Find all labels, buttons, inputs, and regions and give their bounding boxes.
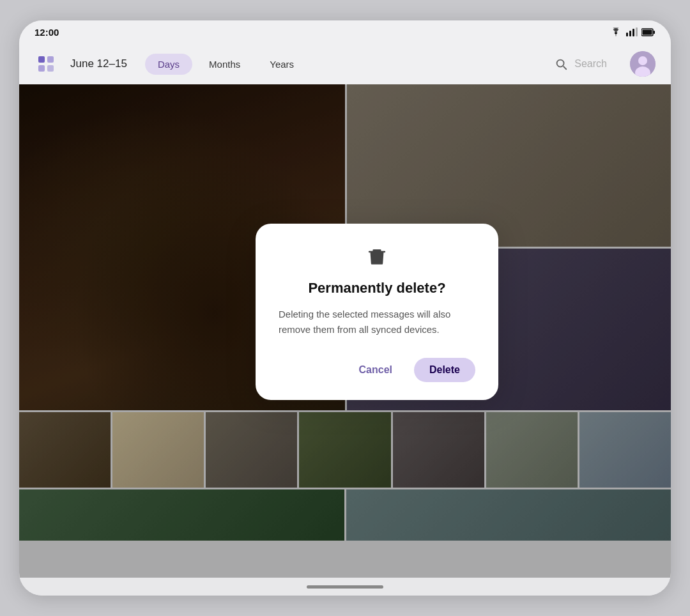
search-placeholder: Search <box>574 58 607 70</box>
date-range-label: June 12–15 <box>70 58 127 70</box>
svg-rect-10 <box>47 65 54 72</box>
svg-rect-7 <box>38 56 45 63</box>
dialog-actions: Cancel Delete <box>279 358 475 382</box>
search-icon <box>554 57 568 71</box>
svg-rect-0 <box>626 33 628 36</box>
wifi-icon <box>610 27 622 36</box>
tab-months[interactable]: Months <box>196 54 253 75</box>
user-avatar[interactable] <box>630 51 656 77</box>
status-bar: 12:00 <box>19 20 671 43</box>
tablet-frame: 12:00 <box>19 20 671 596</box>
dialog-title: Permanently delete? <box>279 280 475 296</box>
svg-rect-1 <box>629 31 631 36</box>
home-bar <box>307 585 383 589</box>
app-logo <box>34 52 57 75</box>
svg-rect-8 <box>47 56 54 63</box>
dialog-trash-icon <box>279 247 475 270</box>
cancel-button[interactable]: Cancel <box>348 358 404 382</box>
top-bar: June 12–15 Days Months Years Search <box>19 43 671 84</box>
status-icons <box>610 27 656 36</box>
svg-rect-9 <box>38 65 45 72</box>
svg-rect-6 <box>643 29 652 35</box>
svg-rect-3 <box>636 27 638 36</box>
tab-years[interactable]: Years <box>257 54 307 75</box>
svg-point-12 <box>638 56 647 65</box>
home-indicator <box>19 578 671 596</box>
signal-icon <box>626 27 638 36</box>
svg-rect-5 <box>654 31 656 34</box>
delete-dialog: Permanently delete? Deleting the selecte… <box>256 224 498 400</box>
tab-days[interactable]: Days <box>145 54 192 75</box>
dialog-message: Deleting the selected messages will also… <box>279 307 475 337</box>
search-area[interactable]: Search <box>554 57 607 71</box>
battery-icon <box>641 28 656 36</box>
view-tabs: Days Months Years <box>145 54 307 75</box>
delete-button[interactable]: Delete <box>414 358 475 382</box>
main-content: Permanently delete? Deleting the selecte… <box>19 84 671 578</box>
status-time: 12:00 <box>34 27 59 38</box>
svg-rect-2 <box>632 29 634 36</box>
